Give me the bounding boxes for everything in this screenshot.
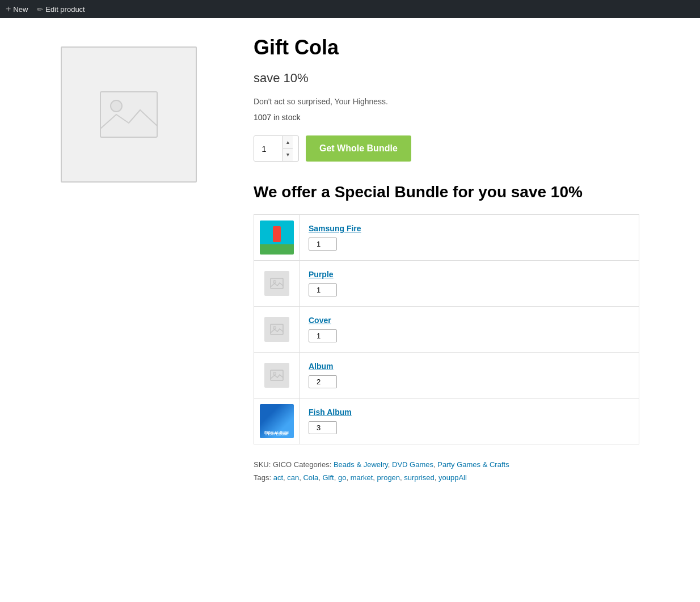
- product-image-section: [61, 35, 220, 484]
- bundle-table: Samsung FirePurpleCoverAlbumFISH ALBUMFi…: [254, 214, 639, 444]
- bundle-product-name-link[interactable]: Cover: [309, 316, 630, 325]
- bundle-product-name-link[interactable]: Samsung Fire: [309, 224, 630, 233]
- bundle-item-info: Samsung Fire: [300, 217, 639, 257]
- top-bar: + New ✏ Edit product: [0, 0, 700, 18]
- quantity-arrows: ▲ ▼: [282, 136, 293, 161]
- product-stock: 1007 in stock: [254, 113, 639, 122]
- product-price: save 10%: [254, 71, 639, 86]
- category-dvd-games[interactable]: DVD Games: [392, 460, 433, 469]
- category-party-games[interactable]: Party Games & Crafts: [437, 460, 509, 469]
- bundle-row: Samsung Fire: [254, 215, 639, 261]
- product-thumbnail-placeholder: [264, 317, 289, 342]
- bundle-row: Purple: [254, 261, 639, 307]
- tag-youppall[interactable]: youppAll: [438, 473, 467, 482]
- samsung-fire-thumbnail: [260, 221, 294, 255]
- pencil-icon: ✏: [37, 5, 43, 14]
- plus-icon: +: [6, 4, 11, 14]
- quantity-down-button[interactable]: ▼: [283, 149, 293, 162]
- svg-point-1: [111, 100, 122, 112]
- bundle-product-name-link[interactable]: Album: [309, 362, 630, 371]
- new-label: New: [13, 5, 28, 14]
- bundle-quantity-input[interactable]: [309, 329, 337, 342]
- bundle-product-name-link[interactable]: Purple: [309, 270, 630, 279]
- bundle-item-info: Cover: [300, 309, 639, 349]
- bundle-thumb: [254, 307, 300, 352]
- bundle-quantity-input[interactable]: [309, 283, 337, 296]
- add-to-cart-button[interactable]: Get Whole Bundle: [306, 135, 411, 162]
- bundle-thumb: [254, 215, 300, 260]
- bundle-thumb: [254, 261, 300, 306]
- product-thumbnail-placeholder: [264, 363, 289, 388]
- svg-rect-2: [271, 278, 283, 289]
- svg-rect-4: [271, 324, 283, 334]
- bundle-row: Album: [254, 353, 639, 398]
- sku-label: SKU:: [254, 460, 271, 469]
- bundle-row: FISH ALBUMFish Album: [254, 398, 639, 444]
- product-title: Gift Cola: [254, 35, 639, 60]
- categories-label: Categories:: [294, 460, 334, 469]
- product-image-placeholder: [61, 46, 197, 183]
- svg-point-7: [273, 372, 276, 375]
- tag-act[interactable]: act: [273, 473, 283, 482]
- bundle-thumb: FISH ALBUM: [254, 398, 300, 444]
- tag-cola[interactable]: Cola: [303, 473, 318, 482]
- bundle-product-name-link[interactable]: Fish Album: [309, 408, 630, 417]
- tag-progen[interactable]: progen: [377, 473, 400, 482]
- new-button[interactable]: + New: [6, 4, 28, 14]
- edit-product-label: Edit product: [45, 5, 85, 14]
- bundle-quantity-input[interactable]: [309, 421, 337, 434]
- main-content: Gift Cola save 10% Don't act so surprise…: [38, 18, 662, 501]
- svg-rect-6: [271, 370, 283, 380]
- svg-point-3: [273, 280, 276, 283]
- svg-rect-0: [100, 92, 157, 137]
- sku-value: GICO: [273, 460, 292, 469]
- bundle-thumb: [254, 353, 300, 398]
- bundle-heading: We offer a Special Bundle for you save 1…: [254, 182, 639, 202]
- bundle-item-info: Purple: [300, 263, 639, 303]
- bundle-item-info: Fish Album: [300, 401, 639, 441]
- bundle-quantity-input[interactable]: [309, 375, 337, 388]
- tag-go[interactable]: go: [338, 473, 346, 482]
- product-details: Gift Cola save 10% Don't act so surprise…: [254, 35, 639, 484]
- product-meta: SKU: GICO Categories: Beads & Jewelry, D…: [254, 458, 639, 485]
- tags-label: Tags:: [254, 473, 273, 482]
- bundle-item-info: Album: [300, 355, 639, 395]
- tag-gift[interactable]: Gift: [322, 473, 334, 482]
- bundle-row: Cover: [254, 307, 639, 353]
- quantity-input-wrap: ▲ ▼: [254, 135, 299, 162]
- tag-can[interactable]: can: [287, 473, 299, 482]
- quantity-up-button[interactable]: ▲: [283, 136, 293, 149]
- add-to-cart-row: ▲ ▼ Get Whole Bundle: [254, 135, 639, 162]
- edit-product-button[interactable]: ✏ Edit product: [37, 5, 85, 14]
- bundle-quantity-input[interactable]: [309, 238, 337, 251]
- category-beads-jewelry[interactable]: Beads & Jewelry: [334, 460, 388, 469]
- quantity-input[interactable]: [254, 136, 282, 161]
- svg-point-5: [273, 326, 276, 329]
- tag-market[interactable]: market: [351, 473, 373, 482]
- fish-album-thumbnail: FISH ALBUM: [260, 404, 294, 438]
- product-description: Don't act so surprised, Your Highness.: [254, 97, 639, 106]
- product-thumbnail-placeholder: [264, 271, 289, 296]
- tag-surprised[interactable]: surprised: [404, 473, 434, 482]
